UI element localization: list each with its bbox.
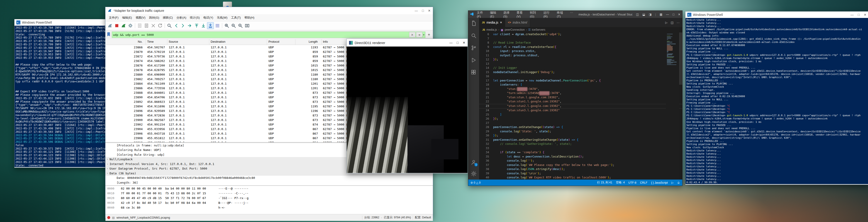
close-button[interactable]: ✕: [463, 41, 465, 45]
column-header-length[interactable]: Length: [296, 39, 321, 45]
title-bar[interactable]: *Adapter for loopback traffic capture — …: [105, 7, 433, 14]
hex-row[interactable]: 003042 c0 1f 8c 8d 40 50 17 bc b0 0f 08 …: [105, 201, 433, 206]
toolbar[interactable]: [105, 21, 433, 30]
menu-item[interactable]: 选择(S): [501, 10, 514, 19]
settings-gear-icon[interactable]: [470, 170, 477, 177]
capture-start-icon[interactable]: [107, 23, 113, 29]
filter-add-button[interactable]: +: [426, 32, 432, 37]
menu-item[interactable]: 视图(V): [134, 15, 147, 21]
maximize-button[interactable]: □: [858, 13, 860, 17]
hex-row[interactable]: 002080 60 49 47 49 c9 d8 15 50 37 f1 72 …: [105, 196, 433, 201]
code-line[interactable]: 33: [479, 146, 682, 151]
menu-item[interactable]: ···: [568, 10, 575, 19]
extensions-icon[interactable]: [470, 69, 477, 76]
scrollbar[interactable]: [679, 32, 682, 85]
menu-item[interactable]: 分析(A): [175, 15, 188, 21]
column-header-destination[interactable]: Destination: [209, 39, 267, 45]
d3d11-renderer-window[interactable]: Direct3D11 renderer — □ ✕: [346, 38, 468, 173]
code-line[interactable]: 39 console.log('\n\n');: [479, 172, 682, 176]
errors-indicator[interactable]: ⊘ 0 △ 0: [470, 181, 480, 184]
go-last-icon[interactable]: [200, 23, 207, 29]
close-button[interactable]: ✕: [428, 9, 431, 12]
code-line[interactable]: 26});: [479, 117, 682, 121]
menu-item[interactable]: 捕获(C): [161, 15, 174, 21]
encoding[interactable]: UTF-8: [628, 181, 636, 184]
code-line[interactable]: 13: [479, 62, 682, 66]
terminal-output[interactable]: Redistribute latency...Redistribute late…: [685, 18, 868, 184]
code-line[interactable]: 30});: [479, 134, 682, 138]
run-file-icon[interactable]: ▷: [665, 21, 668, 24]
code-line[interactable]: 34 if (state == 'complete') {: [479, 150, 682, 155]
language-mode[interactable]: { } JavaScript: [651, 181, 668, 184]
layout-sidebar-icon[interactable]: ◫: [636, 13, 639, 16]
code-line[interactable]: 25 ]: [479, 113, 682, 117]
account-icon[interactable]: 1: [470, 159, 477, 165]
tab-media-js[interactable]: JS media.js ✕: [479, 18, 505, 27]
detail-row[interactable]: [Length: 36]: [105, 180, 433, 185]
capture-restart-icon[interactable]: [120, 23, 127, 29]
code-line[interactable]: 27: [479, 121, 682, 126]
search-icon[interactable]: [470, 32, 477, 39]
menu-item[interactable]: 统计(S): [188, 15, 201, 21]
activity-bar[interactable]: 1: [468, 18, 479, 179]
breadcrumb-property[interactable]: iceServers: [532, 28, 545, 31]
save-file-icon[interactable]: [143, 23, 150, 29]
column-header-source[interactable]: Source: [167, 39, 209, 45]
menu-item[interactable]: 运行(R): [542, 10, 555, 19]
code-line[interactable]: 9const rl = readline.createInterface({: [479, 45, 682, 50]
menu-bar[interactable]: 文件(F)编辑(E)选择(S)查看(V)转到(G)运行(R)终端(T)···: [475, 10, 575, 19]
code-line[interactable]: 17let peerConnection = new nodeDataChann…: [479, 79, 682, 83]
menu-item[interactable]: 帮助(H): [243, 15, 256, 21]
source-control-icon[interactable]: [470, 45, 477, 51]
layout-panel-icon[interactable]: ⬓: [642, 13, 645, 16]
find-packet-icon[interactable]: [166, 23, 173, 29]
resize-columns-icon[interactable]: [244, 23, 250, 29]
maximize-button[interactable]: □: [422, 9, 424, 12]
menu-item[interactable]: 电话(Y): [202, 15, 215, 21]
close-button[interactable]: ✕: [864, 13, 866, 17]
maximize-button[interactable]: □: [457, 41, 459, 45]
code-line[interactable]: 8// Read Line Interface: [479, 41, 682, 45]
code-line[interactable]: 18 iceServers: [: [479, 83, 682, 87]
minimize-button[interactable]: —: [850, 13, 854, 17]
minimize-button[interactable]: —: [415, 9, 418, 12]
menu-bar[interactable]: 文件(F)编辑(E)视图(V)跳转(G)捕获(C)分析(A)统计(S)电话(Y)…: [105, 14, 433, 21]
title-bar[interactable]: 文件(F)编辑(E)选择(S)查看(V)转到(G)运行(R)终端(T)··· m…: [468, 11, 682, 18]
menu-item[interactable]: 查看(V): [515, 10, 528, 19]
maximize-button[interactable]: □: [673, 13, 674, 16]
capture-options-icon[interactable]: [127, 23, 133, 29]
breadcrumb[interactable]: JS media.js › ▣ peerConnection › ⚿ iceSe…: [479, 27, 682, 32]
close-button[interactable]: ✕: [678, 13, 680, 16]
minimize-button[interactable]: —: [450, 41, 453, 45]
tab-bar[interactable]: JS media.js ✕ <> index.html ▷ ◫ ···: [479, 18, 682, 27]
reload-icon[interactable]: [157, 23, 163, 29]
zoom-out-icon[interactable]: [230, 23, 237, 29]
expert-info-icon[interactable]: ▤: [112, 216, 115, 219]
eol-sequence[interactable]: CRLF: [640, 181, 648, 184]
vscode-window[interactable]: 文件(F)编辑(E)选择(S)查看(V)转到(G)运行(R)终端(T)··· m…: [468, 10, 683, 186]
run-debug-icon[interactable]: [470, 57, 477, 63]
code-line[interactable]: 20 "turn:admin:123456@██████:3478",: [479, 91, 682, 95]
code-line[interactable]: 21 "stun:stun.l.google.com:19302",: [479, 95, 682, 100]
menu-item[interactable]: 文件(F): [107, 15, 120, 21]
zoom-reset-icon[interactable]: [237, 23, 244, 29]
open-file-icon[interactable]: [136, 23, 143, 29]
code-line[interactable]: 24 "stun:stun3.l.google.com:19302": [479, 109, 682, 113]
hex-row[interactable]: 00107f 00 00 01 7f 00 00 01 f5 43 13 88 …: [105, 192, 433, 196]
split-editor-icon[interactable]: ◫: [671, 21, 674, 24]
powershell-window-right[interactable]: >_ Windows PowerShell — □ ✕ Redistribute…: [685, 11, 868, 185]
tab-close-icon[interactable]: ✕: [500, 21, 502, 24]
close-capture-icon[interactable]: [150, 23, 156, 29]
code-line[interactable]: 31peerConnection.onGatheringStateChange(…: [479, 138, 682, 142]
cursor-position[interactable]: 行 23, 列 41: [597, 181, 613, 185]
go-to-packet-icon[interactable]: [187, 23, 193, 29]
menu-item[interactable]: 无线(W): [215, 15, 229, 21]
capture-stop-icon[interactable]: [114, 23, 120, 29]
code-line[interactable]: 40 console.log('## Expect RTP video traf…: [479, 176, 682, 179]
title-bar[interactable]: >_ Windows PowerShell — □ ✕: [685, 11, 868, 18]
colorize-icon[interactable]: [214, 23, 221, 29]
code-line[interactable]: 14// Init Logger: [479, 66, 682, 71]
capture-status-icon[interactable]: [107, 216, 110, 219]
code-line[interactable]: 32 // console.log('GatheringState: ', st…: [479, 142, 682, 146]
detail-row[interactable]: Data: 8060494749c9d8155037f17278000f6742…: [105, 176, 433, 181]
